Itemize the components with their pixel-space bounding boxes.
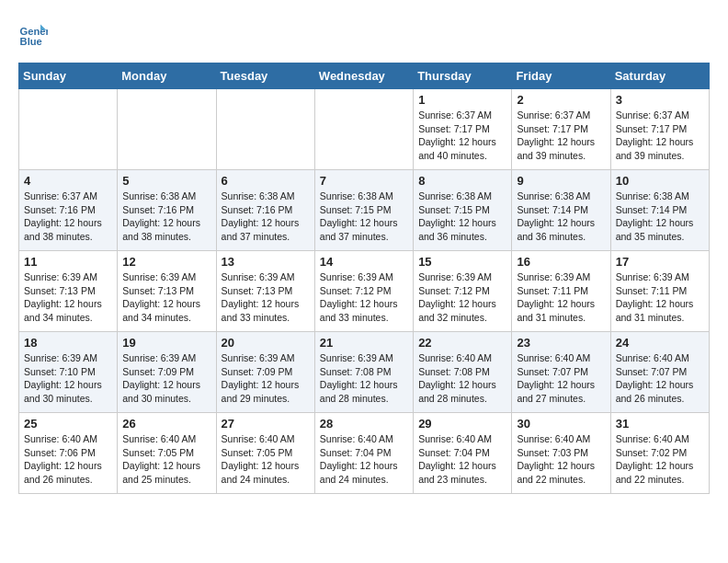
day-number: 19 [122,336,210,350]
svg-text:General: General [20,26,48,37]
day-cell: 12Sunrise: 6:39 AM Sunset: 7:13 PM Dayli… [118,251,216,332]
day-number: 23 [517,336,605,350]
day-cell: 13Sunrise: 6:39 AM Sunset: 7:13 PM Dayli… [216,251,314,332]
day-number: 13 [222,255,310,269]
day-cell: 31Sunrise: 6:40 AM Sunset: 7:02 PM Dayli… [610,413,709,494]
day-number: 8 [418,174,506,188]
day-cell: 29Sunrise: 6:40 AM Sunset: 7:04 PM Dayli… [414,413,512,494]
day-cell [118,89,216,170]
day-info: Sunrise: 6:39 AM Sunset: 7:09 PM Dayligh… [222,351,310,406]
day-number: 12 [122,255,210,269]
day-cell: 4Sunrise: 6:37 AM Sunset: 7:16 PM Daylig… [19,170,118,251]
day-number: 29 [418,417,506,431]
day-cell: 23Sunrise: 6:40 AM Sunset: 7:07 PM Dayli… [512,332,610,413]
day-cell: 14Sunrise: 6:39 AM Sunset: 7:12 PM Dayli… [314,251,413,332]
day-cell: 16Sunrise: 6:39 AM Sunset: 7:11 PM Dayli… [512,251,610,332]
day-info: Sunrise: 6:37 AM Sunset: 7:16 PM Dayligh… [24,190,112,244]
day-number: 18 [24,336,112,350]
day-number: 22 [418,336,506,350]
day-header-monday: Monday [118,63,216,89]
day-info: Sunrise: 6:39 AM Sunset: 7:10 PM Dayligh… [24,351,112,406]
day-info: Sunrise: 6:40 AM Sunset: 7:07 PM Dayligh… [517,351,605,406]
day-number: 4 [24,174,112,188]
header: General Blue [18,18,710,48]
day-info: Sunrise: 6:40 AM Sunset: 7:06 PM Dayligh… [24,432,112,487]
day-header-wednesday: Wednesday [314,63,413,89]
day-info: Sunrise: 6:39 AM Sunset: 7:13 PM Dayligh… [122,270,210,325]
day-info: Sunrise: 6:40 AM Sunset: 7:08 PM Dayligh… [418,351,506,406]
day-cell: 24Sunrise: 6:40 AM Sunset: 7:07 PM Dayli… [610,332,709,413]
day-header-saturday: Saturday [610,63,709,89]
week-row-2: 4Sunrise: 6:37 AM Sunset: 7:16 PM Daylig… [19,170,710,251]
day-cell: 5Sunrise: 6:38 AM Sunset: 7:16 PM Daylig… [118,170,216,251]
day-info: Sunrise: 6:40 AM Sunset: 7:04 PM Dayligh… [320,432,408,487]
day-cell: 18Sunrise: 6:39 AM Sunset: 7:10 PM Dayli… [19,332,118,413]
day-info: Sunrise: 6:40 AM Sunset: 7:03 PM Dayligh… [517,432,605,487]
week-row-3: 11Sunrise: 6:39 AM Sunset: 7:13 PM Dayli… [19,251,710,332]
day-info: Sunrise: 6:39 AM Sunset: 7:13 PM Dayligh… [222,270,310,325]
day-info: Sunrise: 6:39 AM Sunset: 7:12 PM Dayligh… [320,270,408,325]
logo: General Blue [18,18,51,48]
day-info: Sunrise: 6:38 AM Sunset: 7:14 PM Dayligh… [517,190,605,244]
week-row-4: 18Sunrise: 6:39 AM Sunset: 7:10 PM Dayli… [19,332,710,413]
day-info: Sunrise: 6:38 AM Sunset: 7:15 PM Dayligh… [320,190,408,244]
day-header-friday: Friday [512,63,610,89]
day-cell: 26Sunrise: 6:40 AM Sunset: 7:05 PM Dayli… [118,413,216,494]
day-cell: 10Sunrise: 6:38 AM Sunset: 7:14 PM Dayli… [610,170,709,251]
day-header-sunday: Sunday [19,63,118,89]
day-number: 15 [418,255,506,269]
day-number: 16 [517,255,605,269]
day-info: Sunrise: 6:39 AM Sunset: 7:08 PM Dayligh… [320,351,408,406]
day-info: Sunrise: 6:40 AM Sunset: 7:05 PM Dayligh… [222,432,310,487]
day-cell: 7Sunrise: 6:38 AM Sunset: 7:15 PM Daylig… [314,170,413,251]
day-cell [314,89,413,170]
day-number: 24 [616,336,704,350]
day-info: Sunrise: 6:37 AM Sunset: 7:17 PM Dayligh… [517,109,605,163]
day-cell: 15Sunrise: 6:39 AM Sunset: 7:12 PM Dayli… [414,251,512,332]
day-info: Sunrise: 6:39 AM Sunset: 7:13 PM Dayligh… [24,270,112,325]
day-number: 30 [517,417,605,431]
day-number: 26 [122,417,210,431]
day-cell: 9Sunrise: 6:38 AM Sunset: 7:14 PM Daylig… [512,170,610,251]
calendar-table: SundayMondayTuesdayWednesdayThursdayFrid… [18,63,710,494]
day-number: 14 [320,255,408,269]
day-number: 11 [24,255,112,269]
day-cell: 8Sunrise: 6:38 AM Sunset: 7:15 PM Daylig… [414,170,512,251]
day-info: Sunrise: 6:40 AM Sunset: 7:07 PM Dayligh… [616,351,704,406]
week-row-5: 25Sunrise: 6:40 AM Sunset: 7:06 PM Dayli… [19,413,710,494]
day-cell: 6Sunrise: 6:38 AM Sunset: 7:16 PM Daylig… [216,170,314,251]
day-number: 27 [222,417,310,431]
day-cell [216,89,314,170]
day-number: 21 [320,336,408,350]
day-cell: 3Sunrise: 6:37 AM Sunset: 7:17 PM Daylig… [610,89,709,170]
day-info: Sunrise: 6:37 AM Sunset: 7:17 PM Dayligh… [616,109,704,163]
day-cell: 19Sunrise: 6:39 AM Sunset: 7:09 PM Dayli… [118,332,216,413]
day-number: 31 [616,417,704,431]
day-info: Sunrise: 6:40 AM Sunset: 7:02 PM Dayligh… [616,432,704,487]
day-cell: 30Sunrise: 6:40 AM Sunset: 7:03 PM Dayli… [512,413,610,494]
day-number: 6 [222,174,310,188]
day-number: 3 [616,93,704,107]
day-number: 9 [517,174,605,188]
day-cell: 28Sunrise: 6:40 AM Sunset: 7:04 PM Dayli… [314,413,413,494]
logo-icon: General Blue [18,18,48,48]
day-header-tuesday: Tuesday [216,63,314,89]
day-cell: 22Sunrise: 6:40 AM Sunset: 7:08 PM Dayli… [414,332,512,413]
day-cell: 20Sunrise: 6:39 AM Sunset: 7:09 PM Dayli… [216,332,314,413]
day-number: 10 [616,174,704,188]
day-info: Sunrise: 6:38 AM Sunset: 7:16 PM Dayligh… [122,190,210,244]
day-number: 7 [320,174,408,188]
days-header-row: SundayMondayTuesdayWednesdayThursdayFrid… [19,63,710,89]
day-info: Sunrise: 6:39 AM Sunset: 7:11 PM Dayligh… [616,270,704,325]
day-number: 5 [122,174,210,188]
day-info: Sunrise: 6:39 AM Sunset: 7:09 PM Dayligh… [122,351,210,406]
day-info: Sunrise: 6:38 AM Sunset: 7:16 PM Dayligh… [222,190,310,244]
day-info: Sunrise: 6:37 AM Sunset: 7:17 PM Dayligh… [418,109,506,163]
day-cell: 17Sunrise: 6:39 AM Sunset: 7:11 PM Dayli… [610,251,709,332]
day-number: 20 [222,336,310,350]
svg-text:Blue: Blue [20,36,42,47]
day-cell: 25Sunrise: 6:40 AM Sunset: 7:06 PM Dayli… [19,413,118,494]
day-number: 1 [418,93,506,107]
day-info: Sunrise: 6:39 AM Sunset: 7:12 PM Dayligh… [418,270,506,325]
day-cell: 1Sunrise: 6:37 AM Sunset: 7:17 PM Daylig… [414,89,512,170]
